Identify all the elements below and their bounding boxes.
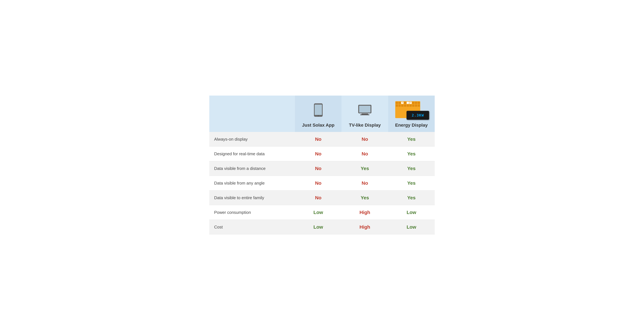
value-cell-4-0: No <box>295 191 342 205</box>
value-cell-5-2: Low <box>388 205 435 220</box>
value-cell-5-1: High <box>342 205 388 220</box>
value-cell-2-2: Yes <box>388 161 435 176</box>
feature-label: Cost <box>209 220 295 234</box>
svg-rect-6 <box>360 114 369 115</box>
table-row: CostLowHighLow <box>209 220 435 234</box>
value-cell-5-0: Low <box>295 205 342 220</box>
col2-name: TV-like Display <box>345 122 385 128</box>
value-cell-2-0: No <box>295 161 342 176</box>
column-header-app: Just Solax App <box>295 96 342 132</box>
table-row: Designed for real-time dataNoNoYes <box>209 147 435 161</box>
header-row: Just Solax App TV-like Display <box>209 96 435 132</box>
feature-label: Data visible to entire family <box>209 191 295 205</box>
feature-label: Data visible from a distance <box>209 161 295 176</box>
energy-display-img: 8 . 8 <box>395 101 428 119</box>
feature-label: Designed for real-time data <box>209 147 295 161</box>
feature-label: Data visible from any angle <box>209 176 295 191</box>
value-cell-4-2: Yes <box>388 191 435 205</box>
table-row: Data visible from any angleNoNoYes <box>209 176 435 191</box>
value-cell-6-0: Low <box>295 220 342 234</box>
feature-label: Power consumption <box>209 205 295 220</box>
energy-display-icon: 8 . 8 <box>392 100 432 120</box>
value-cell-0-0: No <box>295 132 342 147</box>
value-cell-4-1: Yes <box>342 191 388 205</box>
svg-point-2 <box>318 115 319 116</box>
table-row: Power consumptionLowHighLow <box>209 205 435 220</box>
value-cell-2-1: Yes <box>342 161 388 176</box>
svg-rect-1 <box>314 105 322 115</box>
phone-icon <box>298 100 338 120</box>
col1-name: Just Solax App <box>298 122 338 128</box>
column-header-tv: TV-like Display <box>342 96 388 132</box>
comparison-table: Just Solax App TV-like Display <box>209 96 435 234</box>
table-row: Always-on displayNoNoYes <box>209 132 435 147</box>
value-cell-1-1: No <box>342 147 388 161</box>
value-cell-3-2: Yes <box>388 176 435 191</box>
value-cell-6-2: Low <box>388 220 435 234</box>
tv-icon <box>345 100 385 120</box>
value-cell-3-1: No <box>342 176 388 191</box>
table-row: Data visible from a distanceNoYesYes <box>209 161 435 176</box>
value-cell-0-1: No <box>342 132 388 147</box>
column-header-energy: 8 . 8 <box>388 96 435 132</box>
value-cell-3-0: No <box>295 176 342 191</box>
feature-label: Always-on display <box>209 132 295 147</box>
value-cell-1-2: Yes <box>388 147 435 161</box>
svg-rect-4 <box>359 106 370 113</box>
table-body: Always-on displayNoNoYesDesigned for rea… <box>209 132 435 234</box>
value-cell-1-0: No <box>295 147 342 161</box>
value-cell-0-2: Yes <box>388 132 435 147</box>
col3-name: Energy Display <box>392 122 432 128</box>
table-row: Data visible to entire familyNoYesYes <box>209 191 435 205</box>
value-cell-6-1: High <box>342 220 388 234</box>
feature-column-header <box>209 96 295 132</box>
